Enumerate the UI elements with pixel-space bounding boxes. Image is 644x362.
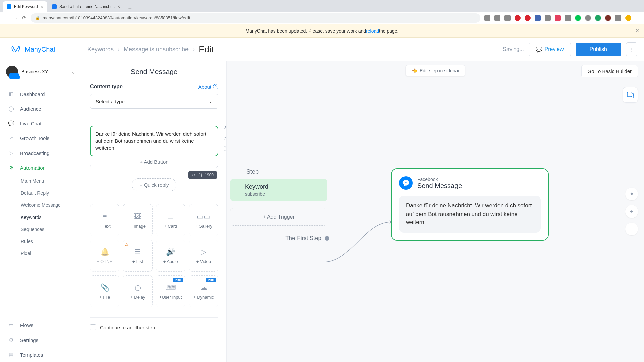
zoom-out-button[interactable]: − bbox=[625, 223, 638, 235]
banner-reload-link[interactable]: reload bbox=[366, 28, 379, 34]
menu-icon[interactable]: ⋮ bbox=[635, 15, 641, 21]
duplicate-icon[interactable]: ⿻ bbox=[224, 146, 227, 153]
sub-nav-keywords[interactable]: Keywords bbox=[21, 211, 82, 223]
about-link[interactable]: About ? bbox=[198, 84, 218, 90]
message-text-input[interactable]: Danke für deine Nachricht. Wir werden di… bbox=[90, 126, 218, 156]
add-node-button[interactable] bbox=[623, 87, 638, 103]
extension-icon[interactable] bbox=[535, 15, 541, 21]
extension-icon[interactable] bbox=[585, 15, 591, 21]
block-card[interactable]: ▭+ Card bbox=[156, 204, 185, 236]
breadcrumb-item[interactable]: Keywords bbox=[87, 46, 114, 53]
add-button-row[interactable]: + Add Button bbox=[90, 156, 218, 168]
broadcast-icon: ▷ bbox=[7, 150, 15, 156]
close-icon[interactable]: × bbox=[635, 27, 639, 35]
sidebar-item-dashboard[interactable]: ◧Dashboard bbox=[0, 86, 82, 101]
close-icon[interactable]: ✕ bbox=[224, 124, 227, 131]
block-grid: ≡+ Text 🖼+ Image ▭+ Card ▭▭+ Gallery 🔔+ … bbox=[90, 204, 218, 307]
sidebar-item-automation[interactable]: ⚙Automation bbox=[0, 160, 82, 175]
publish-button[interactable]: Publish bbox=[576, 43, 621, 56]
profile-avatar[interactable] bbox=[625, 15, 631, 21]
breadcrumb-item[interactable]: Message is unsubscribe bbox=[124, 46, 189, 53]
block-gallery[interactable]: ▭▭+ Gallery bbox=[189, 204, 218, 236]
add-trigger-button[interactable]: + Add Trigger bbox=[230, 208, 327, 226]
sidebar-item-templates[interactable]: ▤Templates bbox=[0, 347, 82, 362]
message-preview: Danke für deine Nachricht. Wir werden di… bbox=[399, 196, 541, 233]
trigger-card[interactable]: Keyword subscribe bbox=[230, 179, 327, 201]
business-selector[interactable]: PRO Business XY ⌄ bbox=[0, 61, 82, 82]
sidebar-item-broadcasting[interactable]: ▷Broadcasting bbox=[0, 145, 82, 160]
variable-icon[interactable]: { } bbox=[198, 173, 202, 177]
sub-nav-mainmenu[interactable]: Main Menu bbox=[21, 175, 82, 187]
browser-tab-strip: Edit Keyword × Sandra hat dir eine Nachr… bbox=[0, 0, 644, 12]
sub-nav-sequences[interactable]: Sequences bbox=[21, 223, 82, 235]
card-icon: ▭ bbox=[167, 212, 174, 221]
emoji-icon[interactable]: ☺ bbox=[192, 173, 196, 177]
extension-icon[interactable] bbox=[565, 15, 571, 21]
sub-nav-pixel[interactable]: Pixel bbox=[21, 247, 82, 259]
reload-button[interactable]: ⟳ bbox=[22, 15, 26, 21]
block-image[interactable]: 🖼+ Image bbox=[123, 204, 152, 236]
block-file[interactable]: 📎+ File bbox=[90, 275, 119, 307]
extension-icon[interactable] bbox=[595, 15, 601, 21]
block-list[interactable]: ⚠☰+ List bbox=[123, 240, 152, 272]
quick-reply-button[interactable]: + Quick reply bbox=[132, 178, 177, 191]
continue-step-row[interactable]: Continue to another step bbox=[90, 324, 218, 330]
sub-nav-defaultreply[interactable]: Default Reply bbox=[21, 187, 82, 199]
content-type-select[interactable]: Select a type ⌄ bbox=[90, 94, 218, 109]
extension-icon[interactable] bbox=[575, 15, 581, 21]
block-delay[interactable]: ◷+ Delay bbox=[123, 275, 152, 307]
sub-nav-welcome[interactable]: Welcome Message bbox=[21, 199, 82, 211]
image-icon: 🖼 bbox=[134, 212, 141, 221]
close-icon[interactable]: × bbox=[117, 4, 120, 9]
platform-label: Facebook bbox=[417, 177, 462, 182]
block-text[interactable]: ≡+ Text bbox=[90, 204, 119, 236]
block-dynamic[interactable]: PRO☁+ Dynamic bbox=[189, 275, 218, 307]
business-avatar: PRO bbox=[6, 66, 18, 78]
sidebar-item-audience[interactable]: ◯Audience bbox=[0, 101, 82, 116]
preview-button[interactable]: 💬 Preview bbox=[529, 43, 571, 56]
sub-nav-rules[interactable]: Rules bbox=[21, 235, 82, 247]
extension-icon[interactable] bbox=[504, 15, 511, 21]
bell-icon: 🔔 bbox=[100, 248, 109, 256]
new-tab-button[interactable]: + bbox=[125, 5, 136, 12]
browser-tab[interactable]: Sandra hat dir eine Nachricht... × bbox=[48, 1, 124, 12]
video-icon: ▷ bbox=[201, 248, 206, 256]
extension-icon[interactable] bbox=[605, 15, 611, 21]
continue-checkbox[interactable] bbox=[90, 324, 96, 330]
logo[interactable]: ManyChat bbox=[10, 44, 87, 55]
flow-canvas[interactable]: 👈 Edit step in sidebar Go To Basic Build… bbox=[227, 61, 644, 362]
extension-icon[interactable] bbox=[615, 15, 621, 21]
extension-icon[interactable] bbox=[545, 15, 551, 21]
extension-icon[interactable] bbox=[515, 15, 521, 21]
more-menu-button[interactable]: ⋮ bbox=[626, 42, 637, 56]
zoom-in-button[interactable]: + bbox=[625, 205, 638, 218]
sidebar-item-flows[interactable]: ▭Flows bbox=[0, 318, 82, 333]
trigger-subtitle: subscribe bbox=[245, 191, 321, 197]
block-video[interactable]: ▷+ Video bbox=[189, 240, 218, 272]
trigger-node[interactable]: Step Keyword subscribe + Add Trigger The… bbox=[230, 168, 327, 242]
connector-line bbox=[317, 219, 398, 286]
browser-tab-active[interactable]: Edit Keyword × bbox=[3, 1, 47, 12]
close-icon[interactable]: × bbox=[41, 4, 43, 9]
audience-icon: ◯ bbox=[7, 106, 15, 112]
block-audio[interactable]: 🔊+ Audio bbox=[156, 240, 185, 272]
auto-arrange-button[interactable]: ✦ bbox=[625, 188, 638, 200]
extension-icon[interactable] bbox=[484, 15, 490, 21]
back-button[interactable]: ← bbox=[3, 15, 9, 21]
sidebar-item-livechat[interactable]: 💬Live Chat bbox=[0, 116, 82, 131]
text-icon: ≡ bbox=[103, 212, 107, 221]
sidebar-item-settings[interactable]: ⚙Settings bbox=[0, 333, 82, 347]
extension-icon[interactable] bbox=[525, 15, 531, 21]
url-bar[interactable]: 🔒 manychat.com/fb181039443240830/automat… bbox=[31, 13, 480, 23]
sidebar-item-growthtools[interactable]: ↗Growth Tools bbox=[0, 131, 82, 145]
send-message-node[interactable]: Facebook Send Message Danke für deine Na… bbox=[391, 168, 549, 241]
block-otnr[interactable]: 🔔+ OTNR bbox=[90, 240, 119, 272]
goto-basic-button[interactable]: Go To Basic Builder bbox=[581, 65, 638, 77]
forward-button[interactable]: → bbox=[13, 15, 18, 21]
canvas-zoom-controls: ✦ + − bbox=[625, 188, 638, 235]
edit-step-chip[interactable]: 👈 Edit step in sidebar bbox=[406, 65, 465, 76]
extension-icon[interactable] bbox=[555, 15, 561, 21]
move-icon[interactable]: ↕ bbox=[224, 135, 227, 142]
block-userinput[interactable]: PRO⌨+User Input bbox=[156, 275, 185, 307]
extension-icon[interactable] bbox=[494, 15, 500, 21]
